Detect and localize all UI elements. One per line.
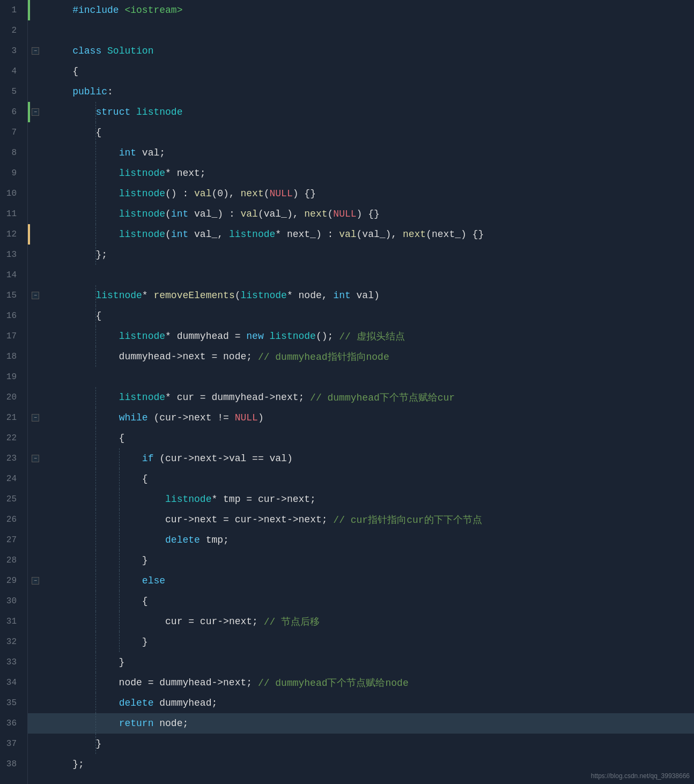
gutter (28, 550, 45, 571)
code-line (28, 265, 694, 285)
token: NULL (235, 412, 258, 423)
line-number: 20 (0, 387, 21, 408)
code-line: delete dummyhead; (28, 693, 694, 713)
token: -> (182, 453, 194, 464)
token: { (49, 310, 101, 321)
token: next; (275, 392, 310, 403)
token (49, 147, 119, 158)
fold-icon[interactable]: − (32, 108, 39, 116)
fold-icon[interactable]: − (32, 455, 39, 462)
line-number: 26 (0, 509, 21, 530)
token (49, 494, 165, 505)
code-line: }; (28, 754, 694, 774)
token: (); (316, 331, 339, 342)
line-content: struct listnode (45, 102, 694, 122)
token: (val_), (357, 229, 403, 240)
code-line: listnode* cur = dummyhead->next; // dumm… (28, 387, 694, 408)
token: { (49, 433, 124, 443)
token: * next; (165, 168, 206, 179)
token: * cur = dummyhead (165, 392, 264, 403)
token: listnode (165, 494, 211, 505)
token: listnode (241, 290, 287, 301)
token: * next_) : (275, 229, 339, 240)
token: new (246, 331, 263, 342)
line-content: while (cur->next != NULL) (45, 408, 694, 428)
token (49, 168, 119, 179)
token: // dummyhead下个节点赋给node (258, 676, 409, 689)
fold-icon[interactable]: − (32, 414, 39, 421)
token (101, 46, 107, 56)
fold-icon[interactable]: − (32, 47, 39, 55)
gutter (28, 0, 45, 20)
code-line: } (28, 734, 694, 754)
line-number: 31 (0, 611, 21, 632)
token: (cur (148, 412, 177, 423)
token: listnode (119, 392, 165, 403)
gutter (28, 591, 45, 611)
code-line: #include <iostream> (28, 0, 694, 20)
fold-icon[interactable]: − (32, 292, 39, 299)
token: -> (275, 494, 287, 505)
gutter: − (28, 102, 45, 122)
token: -> (182, 514, 194, 525)
line-content: { (45, 428, 694, 448)
token: (0), (211, 188, 240, 199)
line-number: 28 (0, 550, 21, 571)
token: #include (72, 5, 119, 16)
line-content: } (45, 734, 694, 754)
token: next (194, 453, 217, 464)
token: node = dummyhead (49, 677, 211, 688)
token (49, 698, 119, 708)
code-line: { (28, 591, 694, 611)
line-number: 8 (0, 143, 21, 163)
line-content: listnode* dummyhead = new listnode(); //… (45, 326, 694, 346)
token: NULL (333, 209, 356, 219)
token: val_, (188, 229, 229, 240)
line-number: 22 (0, 428, 21, 448)
gutter (28, 20, 45, 41)
token: ( (328, 209, 334, 219)
token: if (142, 453, 154, 464)
line-number: 1 (0, 0, 21, 20)
token: return (119, 718, 154, 729)
gutter (28, 489, 45, 509)
token: }; (49, 249, 107, 260)
line-content: listnode* tmp = cur->next; (45, 489, 694, 509)
token: next (403, 229, 426, 240)
token: } (49, 637, 148, 647)
gutter (28, 82, 45, 102)
line-number: 13 (0, 245, 21, 265)
gutter (28, 204, 45, 224)
line-content: delete dummyhead; (45, 693, 694, 713)
token (49, 453, 142, 464)
code-line: listnode() : val(0), next(NULL) {} (28, 183, 694, 204)
code-line: { (28, 61, 694, 82)
token: ( (165, 209, 171, 219)
code-line: node = dummyhead->next; // dummyhead下个节点… (28, 672, 694, 693)
gutter (28, 224, 45, 245)
token: -> (252, 514, 264, 525)
token: } (49, 657, 124, 668)
code-line: − if (cur->next->val == val) (28, 448, 694, 469)
line-content: if (cur->next->val == val) (45, 448, 694, 469)
token: cur = cur (49, 616, 217, 627)
line-number: 25 (0, 489, 21, 509)
code-line: } (28, 632, 694, 652)
code-line: dummyhead->next = node; // dummyhead指针指向… (28, 346, 694, 367)
token (49, 86, 72, 97)
gutter (28, 346, 45, 367)
code-line: return node; (28, 713, 694, 734)
fold-icon[interactable]: − (32, 577, 39, 585)
line-number: 21 (0, 408, 21, 428)
line-content: dummyhead->next = node; // dummyhead指针指向… (45, 346, 694, 367)
token (119, 5, 125, 16)
token: -> (264, 392, 276, 403)
line-content (45, 265, 694, 285)
token: <iostream> (124, 5, 182, 16)
gutter (28, 672, 45, 693)
gutter (28, 245, 45, 265)
line-content: listnode* next; (45, 163, 694, 183)
token: listnode (119, 209, 165, 219)
line-content: { (45, 469, 694, 489)
token: val) (351, 290, 380, 301)
